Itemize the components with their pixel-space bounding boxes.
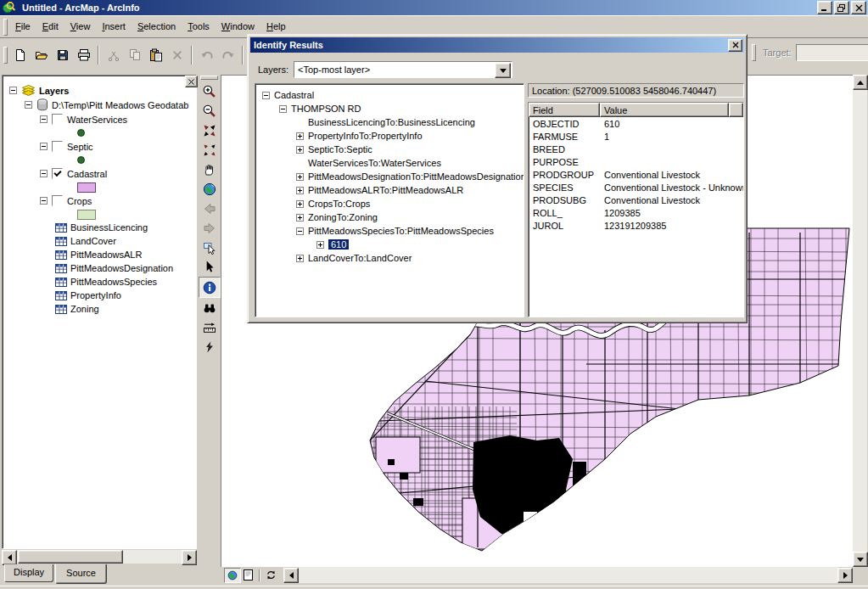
paste-button[interactable] [145, 45, 166, 66]
tree-item-pittmeadowsalr[interactable]: PittMeadowsALRTo:PittMeadowsALR [255, 183, 524, 197]
tree-item-thompson-rd[interactable]: THOMPSON RD [255, 102, 524, 115]
table-row[interactable]: OBJECTID610 [529, 117, 743, 130]
expand-icon[interactable] [316, 241, 324, 249]
layout-view-button[interactable] [241, 569, 255, 582]
scrollbar-track[interactable] [853, 90, 867, 552]
menu-view[interactable]: View [64, 19, 97, 35]
expand-icon[interactable] [296, 132, 304, 140]
scroll-down-button[interactable] [853, 552, 868, 567]
menu-grip[interactable] [3, 19, 8, 36]
identify-button[interactable] [199, 277, 221, 298]
redo-button[interactable] [217, 45, 238, 66]
fill-symbol[interactable] [77, 182, 96, 193]
minimize-button[interactable] [817, 1, 832, 14]
refresh-view-button[interactable] [264, 569, 278, 582]
pan-button[interactable] [199, 160, 220, 179]
toc-table-pittmeadowsalr[interactable]: PittMeadowsALR [6, 248, 196, 261]
menu-help[interactable]: Help [260, 19, 292, 35]
menu-selection[interactable]: Selection [132, 19, 182, 35]
value-column-header[interactable]: Value [600, 103, 729, 117]
copy-button[interactable] [124, 45, 145, 66]
layer-checkbox-waterservices[interactable] [52, 114, 63, 125]
scroll-right-button[interactable] [182, 550, 197, 565]
toc-item-cadastral[interactable]: Cadastral [6, 166, 196, 181]
forward-extent-button[interactable] [199, 218, 220, 238]
fill-symbol[interactable] [77, 210, 96, 220]
target-combobox[interactable] [796, 44, 868, 61]
layer-checkbox-crops[interactable] [52, 195, 63, 206]
open-button[interactable] [31, 45, 52, 66]
close-button[interactable] [851, 1, 866, 14]
tree-item-crops[interactable]: CropsTo:Crops [255, 197, 524, 210]
expand-icon[interactable] [296, 187, 304, 194]
print-button[interactable] [73, 45, 94, 66]
expand-icon[interactable] [296, 255, 304, 262]
expand-icon[interactable] [296, 200, 304, 208]
find-button[interactable] [199, 298, 220, 317]
table-row[interactable]: FARMUSE1 [529, 130, 743, 143]
tree-item-septic[interactable]: SepticTo:Septic [255, 143, 524, 156]
toc-item-layers[interactable]: Layers [6, 83, 196, 98]
save-button[interactable] [52, 45, 73, 66]
tree-item-zoning[interactable]: ZoningTo:Zoning [255, 210, 524, 224]
toc-table-pittmeadowsdesignation[interactable]: PittMeadowsDesignation [6, 261, 196, 275]
collapse-icon[interactable] [262, 92, 270, 99]
measure-button[interactable] [199, 317, 220, 337]
expand-icon[interactable] [296, 173, 304, 181]
scroll-right-button[interactable] [837, 568, 853, 583]
expand-icon[interactable] [296, 146, 304, 154]
tree-item-pittmeadowsspecies[interactable]: PittMeadowsSpeciesTo:PittMeadowsSpecies [255, 224, 524, 238]
menu-tools[interactable]: Tools [182, 19, 216, 35]
collapse-icon[interactable] [279, 105, 287, 113]
back-extent-button[interactable] [199, 199, 220, 218]
table-row[interactable]: ROLL_1209385 [529, 206, 743, 219]
tree-item-pittmeadowsdesignation[interactable]: PittMeadowsDesignationTo:PittMeadowsDesi… [255, 170, 524, 183]
table-row[interactable]: JUROL123191209385 [529, 219, 743, 232]
scrollbar-track[interactable] [299, 567, 837, 583]
tree-item-610[interactable]: 610 [255, 238, 524, 251]
toc-item-crops[interactable]: Crops [6, 194, 196, 208]
toc-item-geodatabase[interactable]: D:\Temp\Pitt Meadows Geodatab [6, 98, 196, 112]
field-column-header[interactable]: Field [529, 103, 600, 117]
layers-dropdown[interactable]: <Top-most layer> [294, 61, 512, 78]
collapse-icon[interactable] [40, 115, 48, 123]
table-row[interactable]: PRODSUBGConventional Livestock [529, 194, 743, 206]
tree-item-propertyinfo[interactable]: PropertyInfoTo:PropertyInfo [255, 129, 524, 143]
menu-edit[interactable]: Edit [36, 19, 64, 35]
fixed-zoom-in-button[interactable] [199, 121, 220, 140]
toc-item-waterservices[interactable]: WaterServices [6, 112, 196, 126]
tree-item-cadastral[interactable]: Cadastral [255, 88, 524, 102]
collapse-icon[interactable] [40, 170, 48, 177]
restore-button[interactable] [834, 1, 849, 14]
collapse-icon[interactable] [9, 87, 17, 94]
menu-insert[interactable]: Insert [96, 19, 132, 35]
scroll-up-button[interactable] [853, 75, 868, 90]
point-symbol[interactable] [77, 129, 85, 137]
toolbar-grip[interactable] [3, 47, 8, 64]
tools-toolbar-grip[interactable] [200, 76, 218, 80]
tree-item-businesslicencing[interactable]: BusinessLicencingTo:BusinessLicencing [255, 115, 524, 129]
toc-table-propertyinfo[interactable]: PropertyInfo [6, 289, 196, 302]
toc-table-businesslicencing[interactable]: BusinessLicencing [6, 221, 196, 234]
point-symbol[interactable] [77, 156, 85, 164]
scrollbar-thumb[interactable] [18, 550, 123, 564]
table-row[interactable]: BREED [529, 143, 743, 155]
collapse-icon[interactable] [25, 101, 32, 109]
menu-window[interactable]: Window [216, 19, 260, 35]
select-elements-button[interactable] [199, 257, 220, 277]
menu-file[interactable]: File [9, 19, 36, 35]
dropdown-button[interactable] [495, 63, 511, 78]
new-map-button[interactable] [9, 45, 31, 66]
layer-checkbox-cadastral[interactable] [52, 168, 63, 179]
cut-button[interactable] [103, 45, 124, 66]
editor-toolbar-grip[interactable] [752, 44, 756, 61]
table-row[interactable]: SPECIESConventional Livestock - Unknown [529, 181, 743, 194]
toc-table-pittmeadowsspecies[interactable]: PittMeadowsSpecies [6, 275, 196, 289]
collapse-icon[interactable] [296, 227, 304, 235]
collapse-icon[interactable] [40, 143, 48, 150]
undo-button[interactable] [196, 45, 217, 66]
layer-checkbox-septic[interactable] [52, 141, 63, 152]
zoom-out-button[interactable] [199, 101, 220, 121]
tree-item-landcover[interactable]: LandCoverTo:LandCover [255, 251, 524, 265]
scroll-left-button[interactable] [283, 568, 299, 583]
